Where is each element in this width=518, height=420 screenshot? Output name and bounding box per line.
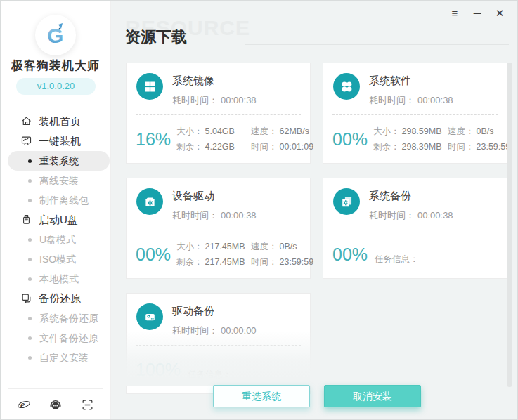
sidebar-item-boot-usb[interactable]: 启动U盘: [1, 210, 110, 230]
info-label: 时间：: [251, 142, 278, 152]
bullet-dot: [28, 258, 32, 261]
elapsed-label: 耗时时间：: [369, 95, 415, 105]
sidebar-item-label: 备份还原: [39, 289, 81, 308]
sidebar-item-label: 一键装机: [39, 131, 81, 151]
elapsed-label: 耗时时间：: [172, 95, 218, 105]
reselect-system-button[interactable]: 重选系统: [213, 385, 310, 407]
info-value: 23:59:59: [280, 257, 314, 267]
title-divider: [245, 44, 509, 45]
sidebar-item-label: 重装系统: [39, 151, 79, 171]
sidebar-item-offline-install[interactable]: 离线安装: [1, 171, 110, 190]
cancel-install-button[interactable]: 取消安装: [324, 385, 421, 407]
info-value: 4.22GB: [205, 142, 235, 152]
sidebar-menu: 装机首页 一键装机 重装系统 离线安装: [1, 112, 110, 367]
monitor-chart-icon: [20, 135, 32, 147]
sidebar-item-usb-mode[interactable]: U盘模式: [1, 230, 110, 249]
ie-browser-icon[interactable]: e: [16, 397, 32, 412]
progress-percent: 00%: [332, 129, 366, 150]
scroll-fade-overlay: [111, 331, 517, 386]
progress-percent: 00%: [136, 244, 169, 265]
info-value: 23:59:59: [477, 142, 511, 152]
driver-backup-icon: [136, 303, 163, 330]
bullet-dot: [28, 238, 32, 242]
card-system-software: 系统软件 耗时时间：00:00:38 00% 大小：298.59MB 速度：0B…: [323, 63, 507, 164]
sidebar-item-label: 启动U盘: [39, 210, 78, 230]
info-value: 298.59MB: [402, 126, 442, 136]
sidebar-item-home[interactable]: 装机首页: [1, 112, 110, 131]
sidebar-item-backup-restore[interactable]: 备份还原: [1, 289, 110, 308]
sidebar-item-label: 离线安装: [39, 171, 79, 190]
info-value: 0B/s: [280, 242, 297, 251]
home-icon: [20, 115, 32, 127]
sidebar-item-label: ISO模式: [39, 249, 76, 269]
window-menu-icon[interactable]: ≡: [448, 7, 461, 20]
sidebar-item-label: 装机首页: [39, 112, 81, 131]
sidebar-item-file-backup-restore[interactable]: 文件备份还原: [1, 328, 110, 348]
scrollbar-thumb[interactable]: [507, 63, 512, 387]
svg-text:e: e: [20, 399, 25, 410]
logo-wrap: G: [1, 15, 110, 55]
info-label: 时间：: [251, 257, 278, 267]
progress-percent: 00%: [332, 244, 368, 265]
sidebar-item-reinstall-system[interactable]: 重装系统: [1, 151, 110, 171]
info-label: 大小：: [373, 126, 400, 136]
info-label: 剩余：: [373, 142, 400, 152]
sidebar-item-system-backup-restore[interactable]: 系统备份还原: [1, 308, 110, 328]
backup-restore-icon: [20, 292, 32, 304]
info-value: 217.45MB: [205, 257, 245, 267]
window-controls: ≡ ─ ✕: [448, 7, 506, 20]
bullet-dot: [28, 179, 32, 183]
info-value: 217.45MB: [205, 242, 245, 251]
app-window: G 极客狗装机大师 v1.0.0.20 装机首页: [0, 0, 518, 420]
sidebar-item-label: 制作离线包: [39, 190, 89, 210]
bullet-dot: [28, 199, 32, 202]
bullet-dot: [28, 317, 32, 320]
bullet-dot: [28, 277, 32, 281]
card-title: 驱动备份: [172, 305, 257, 318]
info-label: 剩余：: [176, 257, 203, 267]
task-info-label: 任务信息：: [375, 254, 498, 265]
card-title: 系统备份: [369, 190, 453, 203]
minimize-icon[interactable]: ─: [471, 7, 484, 20]
info-value: 00:01:09: [280, 142, 314, 152]
sidebar-item-label: U盘模式: [39, 230, 76, 249]
sidebar-item-label: 自定义安装: [39, 348, 89, 367]
bullet-dot: [28, 356, 32, 360]
progress-percent: 16%: [136, 129, 169, 150]
info-label: 大小：: [176, 126, 203, 136]
info-label: 速度：: [251, 126, 278, 136]
bullet-dot: [28, 336, 32, 340]
sidebar-item-onekey-install[interactable]: 一键装机: [1, 131, 110, 151]
card-device-driver: 设备驱动 耗时时间：00:00:38 00% 大小：217.45MB 速度：0B…: [126, 178, 311, 279]
info-label: 时间：: [448, 142, 474, 152]
info-label: 剩余：: [176, 142, 203, 152]
version-badge: v1.0.0.20: [16, 78, 96, 95]
card-title: 系统镜像: [172, 74, 257, 88]
info-value: 0B/s: [477, 126, 494, 136]
card-title: 设备驱动: [172, 190, 257, 203]
app-logo: G: [35, 15, 76, 55]
sidebar-item-local-mode[interactable]: 本地模式: [1, 269, 110, 289]
sidebar-footer: e: [16, 397, 95, 412]
app-name: 极客狗装机大师: [1, 58, 110, 74]
customer-service-icon[interactable]: [48, 397, 63, 412]
main-content: ≡ ─ ✕ RESOURCE 资源下载 系统镜像 耗时时间：00:00:3: [111, 1, 517, 419]
sidebar-item-iso-mode[interactable]: ISO模式: [1, 249, 110, 269]
elapsed-value: 00:00:38: [221, 210, 257, 221]
sidebar-footer-divider: [8, 388, 103, 389]
info-label: 速度：: [251, 242, 278, 251]
elapsed-label: 耗时时间：: [172, 210, 218, 221]
info-label: 大小：: [176, 242, 203, 251]
usb-drive-icon: [20, 214, 32, 225]
page-title: 资源下载: [125, 27, 187, 48]
scan-icon[interactable]: [79, 397, 95, 412]
dog-g-logo-icon: G: [41, 21, 70, 49]
elapsed-value: 00:00:38: [417, 95, 453, 105]
close-icon[interactable]: ✕: [493, 7, 506, 20]
apps-icon: [333, 73, 360, 100]
card-title: 系统软件: [369, 74, 453, 88]
sidebar-item-custom-install[interactable]: 自定义安装: [1, 348, 110, 367]
device-driver-icon: [136, 188, 163, 215]
sidebar-item-label: 文件备份还原: [39, 328, 98, 348]
sidebar-item-make-offline-pack[interactable]: 制作离线包: [1, 190, 110, 210]
